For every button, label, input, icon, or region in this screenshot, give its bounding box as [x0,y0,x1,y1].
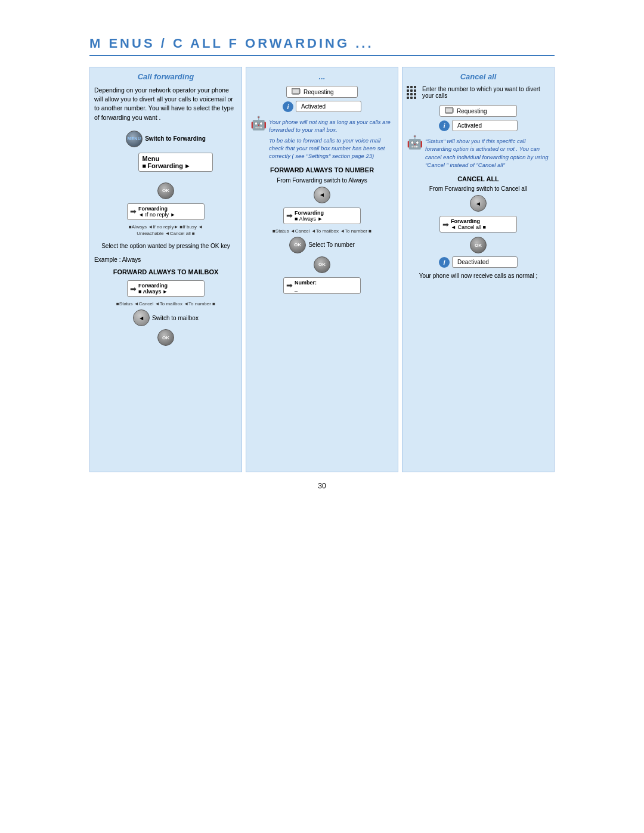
fw4-screen-row: ➡ Forwarding ◄ Cancel all ■ [407,215,550,234]
fw2-screen-row: ➡ Forwarding ■ Always ► [94,279,237,298]
phone-icon-1 [292,88,301,95]
italic-text1: Your phone will not ring as long as your… [269,118,394,134]
fw-arrow-icon-1: ➡ [130,207,137,216]
fw4-sub: ◄ Cancel all ■ [451,224,486,230]
menu-screen-row: Menu ■ Forwarding ► [94,150,237,174]
cancel-all-header: CANCEL ALL [407,175,550,183]
menu-screen: Menu ■ Forwarding ► [138,153,213,172]
italic-text-col3: "Status" will show you if this specific … [425,137,550,169]
italic-note-row2: 🤖 "Status" will show you if this specifi… [407,135,550,171]
requesting-row2: Requesting [407,105,550,117]
columns-wrapper: Call forwarding Depending on your networ… [89,67,555,472]
fw2-sub-mid: Always [143,289,161,295]
italic-note-row: 🤖 Your phone will not ring as long as yo… [250,116,394,162]
status-line2: ■Status ◄Cancel ◄To mailbox ◄To number ■ [250,228,394,234]
robot-icon: 🤖 [250,116,267,131]
nav-mailbox-row: ◄ Switch to mailbox [94,309,237,326]
ok-button-4[interactable]: OK [314,256,330,273]
page-title: M ENUS / C ALL F ORWARDING ... [89,36,555,56]
ok-button-1[interactable]: OK [157,182,174,199]
menu-label: Menu [143,155,209,162]
keypad-icon [407,86,419,100]
col1: Call forwarding Depending on your networ… [89,67,242,472]
fw1-screen: ➡ Forwarding ◄ If no reply ► [127,203,205,220]
status-line: ■Status ◄Cancel ◄To mailbox ◄To number ■ [94,301,237,306]
deactivated-screen: Deactivated [452,256,518,268]
ok-select-row: OK Select To number [250,237,394,253]
switch-mailbox-label: Switch to mailbox [152,315,199,321]
fw1-sub: ◄ If no reply ► [138,212,175,218]
number-cursor: _ [295,286,298,292]
info-icon-3: i [439,257,450,268]
svg-rect-3 [446,109,452,112]
robot-icon-2: 🤖 [407,135,423,150]
nav-cancel-row: ◄ [407,195,550,212]
fw4-screen-label: Forwarding [451,218,513,224]
page-number: 30 [89,482,555,490]
select-to-number-label: Select To number [308,241,355,248]
fw-arrow-icon-2: ➡ [130,284,137,293]
number-label: Number: [295,280,357,286]
ok-row1: OK [94,182,237,199]
activated-row2: i Activated [407,120,550,131]
nav-left-button[interactable]: ◄ [133,309,150,326]
from-fw-cancel-label: From Forwarding switch to Cancel all [407,185,550,192]
fw2-screen-label: Forwarding [138,283,200,289]
nav-left-button-2[interactable]: ◄ [314,187,330,203]
forward-always-number-header: FORWARD ALWAYS TO NUMBER [250,166,394,174]
fw-arrow-icon-3: ➡ [286,211,293,220]
menu-button[interactable]: MENU [126,131,143,147]
col2-title: ... [250,72,394,81]
fw-arrow-icon-4: ➡ [286,281,293,290]
fw3-screen-row: ➡ Forwarding ■ Always ► [250,206,394,225]
fw3-sub: ■ Always ► [295,216,323,222]
footer-text: Your phone will now receive calls as nor… [407,272,550,279]
fw-arrow-icon-5: ➡ [442,220,449,229]
fw2-screen: ➡ Forwarding ■ Always ► [127,280,205,297]
ok-row-col3: OK [407,237,550,253]
fw3-screen-label: Forwarding [295,210,357,216]
requesting-label-1: Requesting [304,89,334,95]
activated-screen-1: Activated [296,101,361,112]
activated-label-2: Activated [457,122,482,129]
deactivated-row: i Deactivated [407,256,550,268]
requesting-label-2: Requesting [457,108,487,114]
activated-row1: i Activated [250,101,394,112]
fw2-sub-right: ► [162,289,168,295]
deactivated-label: Deactivated [457,259,489,265]
ok-button-5[interactable]: OK [470,237,487,253]
enter-text-row: Enter the number to which you want to di… [407,86,550,100]
example-label: Example : Always [94,256,141,263]
col1-title: Call forwarding [94,72,237,81]
menu-row: MENU Switch to Forwarding [94,131,237,147]
ok-row2: OK [250,256,394,273]
info-icon-1: i [283,101,293,112]
enter-text: Enter the number to which you want to di… [422,86,550,99]
info-icon-2: i [439,120,450,131]
fw1-screen-label: Forwarding [138,206,200,212]
fw1-screen-row: ➡ Forwarding ◄ If no reply ► [94,202,237,221]
ok-row-bottom1: OK [94,329,237,346]
ok-button-2[interactable]: OK [157,329,174,346]
number-screen-row: ➡ Number: _ [250,276,394,295]
activated-label-1: Activated [301,103,326,110]
svg-rect-1 [293,89,299,93]
phone-icon-2 [445,107,454,114]
col2: ... Requesting i Activated 🤖 Your phon [246,67,398,472]
ok-button-3[interactable]: OK [289,237,306,253]
number-screen: ➡ Number: _ [283,277,361,294]
forward-always-header: FORWARD ALWAYS TO MAILBOX [94,268,237,276]
fw2-sub-left: ■ [138,289,141,295]
col1-intro: Depending on your network operator your … [94,86,237,122]
fw3-screen: ➡ Forwarding ■ Always ► [283,208,361,224]
nav-always-row: ◄ [250,187,394,203]
nav-left-button-3[interactable]: ◄ [470,195,487,212]
switch-to-forwarding-label: Switch to Forwarding [145,135,206,142]
col3-title: Cancel all [407,72,550,81]
requesting-screen-1: Requesting [286,86,358,98]
from-fw-switch-label: From Forwarding switch to Always [250,177,394,184]
select-option-text: Select the option wanted by pressing the… [101,243,230,249]
activated-screen-2: Activated [452,120,518,131]
requesting-row1: Requesting [250,86,394,98]
options-line2: Unreachable ◄Cancel all ■ [94,231,237,236]
